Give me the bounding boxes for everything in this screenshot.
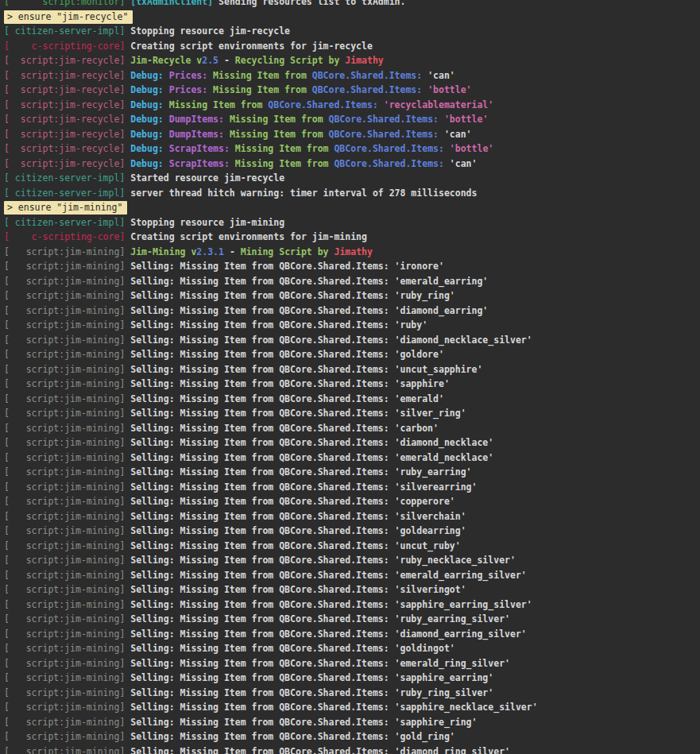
log-message-segment: Prices:	[169, 70, 213, 81]
console-line: [ script:jim-mining] Selling: Missing It…	[4, 715, 538, 730]
log-message-segment: DumpItems:	[169, 129, 230, 140]
log-message-segment: Selling: Missing Item from QBCore.Shared…	[130, 687, 493, 698]
console-line: [ script:jim-mining] Selling: Missing It…	[4, 509, 538, 524]
log-message-segment: Selling: Missing Item from QBCore.Shared…	[130, 423, 439, 434]
log-message-segment: Missing Item from	[213, 70, 312, 81]
log-message-segment: Selling: Missing Item from QBCore.Shared…	[130, 613, 510, 624]
log-message-segment: Selling: Missing Item from QBCore.Shared…	[130, 466, 471, 478]
log-message-segment: Selling: Missing Item from QBCore.Shared…	[130, 584, 466, 595]
log-message-segment: Selling: Missing Item from QBCore.Shared…	[130, 481, 477, 493]
console-line: [ script:jim-mining] Selling: Missing It…	[4, 347, 538, 362]
log-channel-prefix: [ script:jim-recycle]	[4, 158, 130, 169]
console-line: [ script:jim-mining] Selling: Missing It…	[4, 553, 538, 568]
log-message-segment: Selling: Missing Item from QBCore.Shared…	[130, 717, 477, 728]
log-message-segment: Creating script environments for jim-min…	[130, 231, 367, 242]
console-line: [ script:jim-mining] Selling: Missing It…	[4, 450, 538, 466]
log-message-segment: Missing Item from	[235, 143, 335, 154]
console-line: [ script:jim-recycle] Debug: ScrapItems:…	[4, 157, 538, 172]
log-message-segment: 'bottle'	[450, 143, 493, 154]
log-channel-prefix: [ script:jim-mining]	[4, 496, 130, 507]
console-line: [ script:jim-recycle] Debug: DumpItems: …	[4, 112, 538, 127]
log-message-segment: Debug:	[130, 158, 168, 169]
log-channel-prefix: [ script:jim-mining]	[4, 408, 130, 419]
log-channel-prefix: [ script:jim-recycle]	[4, 84, 130, 95]
ensure-command-highlight: > ensure "jim-mining"	[4, 201, 127, 215]
console-line: [ script:jim-recycle] Debug: ScrapItems:…	[4, 141, 538, 157]
console-line: [ script:jim-mining] Selling: Missing It…	[4, 597, 538, 613]
console-line: [ citizen-server-impl] Stopping resource…	[4, 24, 538, 39]
console-line: [ citizen-server-impl] Started resource …	[4, 171, 538, 186]
console-line: [ script:jim-mining] Selling: Missing It…	[4, 539, 538, 554]
log-message-segment: Stopping resource jim-recycle	[130, 25, 290, 37]
log-message-segment: Debug:	[130, 114, 168, 125]
log-message-segment: Selling: Missing Item from QBCore.Shared…	[130, 496, 455, 507]
log-message-segment: 'can'	[450, 158, 478, 169]
log-message-segment: Selling: Missing Item from QBCore.Shared…	[130, 628, 527, 640]
log-message-segment: Debug:	[130, 84, 168, 95]
log-message-segment: Stopping resource jim-mining	[130, 217, 284, 228]
log-message-segment: ScrapItems:	[169, 158, 235, 169]
log-channel-prefix: [ script:jim-mining]	[4, 672, 130, 683]
console-line: > ensure "jim-recycle"	[4, 10, 538, 25]
log-channel-prefix: [ script:jim-mining]	[4, 584, 130, 595]
log-channel-prefix: [ script:jim-recycle]	[4, 70, 130, 81]
console-line: [ script:jim-mining] Selling: Missing It…	[4, 744, 538, 754]
console-line: [ script:jim-mining] Selling: Missing It…	[4, 392, 538, 407]
log-message-segment: Selling: Missing Item from QBCore.Shared…	[130, 746, 510, 754]
log-message-segment: Selling: Missing Item from QBCore.Shared…	[130, 570, 527, 581]
log-message-segment: 'can'	[444, 129, 472, 140]
server-console[interactable]: [ script:monitor] [txAdminClient] Sendin…	[0, 0, 700, 754]
console-line: [ script:monitor] [txAdminClient] Sendin…	[4, 0, 538, 10]
log-channel-prefix: [ script:jim-recycle]	[4, 143, 130, 154]
console-line: [ script:jim-mining] Selling: Missing It…	[4, 288, 538, 304]
log-channel-prefix: [ script:jim-mining]	[4, 731, 130, 742]
log-message-segment: Selling: Missing Item from QBCore.Shared…	[130, 731, 455, 742]
log-message-segment: Selling: Missing Item from QBCore.Shared…	[130, 378, 450, 389]
log-channel-prefix: [ script:jim-mining]	[4, 702, 130, 713]
log-message-segment: Selling: Missing Item from QBCore.Shared…	[130, 408, 466, 419]
log-message-segment: Selling: Missing Item from QBCore.Shared…	[130, 261, 444, 272]
log-channel-prefix: [ script:jim-recycle]	[4, 55, 130, 66]
console-line: [ script:jim-recycle] Jim-Recycle v2.5 -…	[4, 53, 538, 68]
console-line: [ script:jim-mining] Selling: Missing It…	[4, 641, 538, 656]
console-line: [ script:jim-mining] Selling: Missing It…	[4, 421, 538, 436]
log-message-segment: Selling: Missing Item from QBCore.Shared…	[130, 702, 537, 713]
log-message-segment: Selling: Missing Item from QBCore.Shared…	[130, 452, 493, 463]
log-message-segment: Debug:	[130, 143, 168, 154]
log-message-segment: Selling: Missing Item from QBCore.Shared…	[130, 290, 455, 301]
log-channel-prefix: [ script:jim-mining]	[4, 643, 130, 654]
console-line: [ script:jim-recycle] Debug: Prices: Mis…	[4, 83, 538, 98]
log-channel-prefix: [ citizen-server-impl]	[4, 172, 130, 184]
console-line: [ script:jim-mining] Selling: Missing It…	[4, 377, 538, 392]
log-channel-prefix: [ script:jim-mining]	[4, 555, 130, 566]
log-channel-prefix: [ script:jim-mining]	[4, 334, 130, 346]
log-message-segment: Creating script environments for jim-rec…	[130, 41, 373, 52]
log-message-segment: Selling: Missing Item from QBCore.Shared…	[130, 393, 444, 404]
console-line: [ script:jim-mining] Selling: Missing It…	[4, 318, 538, 333]
log-message-segment: Missing Item from	[169, 99, 269, 110]
console-line: [ script:jim-mining] Selling: Missing It…	[4, 700, 538, 715]
log-message-segment: 'recyclablematerial'	[384, 99, 493, 110]
log-message-segment: 'can'	[427, 70, 455, 81]
log-channel-prefix: [ citizen-server-impl]	[4, 217, 130, 228]
log-message-segment: Selling: Missing Item from QBCore.Shared…	[130, 525, 466, 536]
log-channel-prefix: [ script:jim-mining]	[4, 276, 130, 287]
console-line: [ script:jim-recycle] Debug: Prices: Mis…	[4, 68, 538, 83]
log-message-segment: Debug:	[130, 129, 168, 140]
log-message-segment: Selling: Missing Item from QBCore.Shared…	[130, 364, 482, 375]
console-line: [ script:jim-recycle] Debug: DumpItems: …	[4, 127, 538, 142]
log-message-segment: Missing Item from	[230, 129, 329, 140]
log-message-segment: Selling: Missing Item from QBCore.Shared…	[130, 437, 493, 448]
log-channel-prefix: [ script:jim-mining]	[4, 525, 130, 536]
log-message-segment: Jimathy	[345, 55, 383, 66]
console-line: [ script:jim-mining] Selling: Missing It…	[4, 729, 538, 744]
log-channel-prefix: [ script:jim-mining]	[4, 305, 130, 316]
log-message-segment: -	[219, 55, 235, 66]
log-message-segment: server thread hitch warning: timer inter…	[130, 188, 477, 199]
log-message-segment: 'bottle'	[444, 114, 488, 125]
console-line: [ script:jim-mining] Selling: Missing It…	[4, 362, 538, 377]
log-message-segment: Selling: Missing Item from QBCore.Shared…	[130, 540, 460, 551]
log-channel-prefix: [ script:jim-mining]	[4, 746, 130, 754]
console-line: [ script:jim-recycle] Debug: Missing Ite…	[4, 98, 538, 113]
log-channel-prefix: [ script:jim-recycle]	[4, 129, 130, 140]
